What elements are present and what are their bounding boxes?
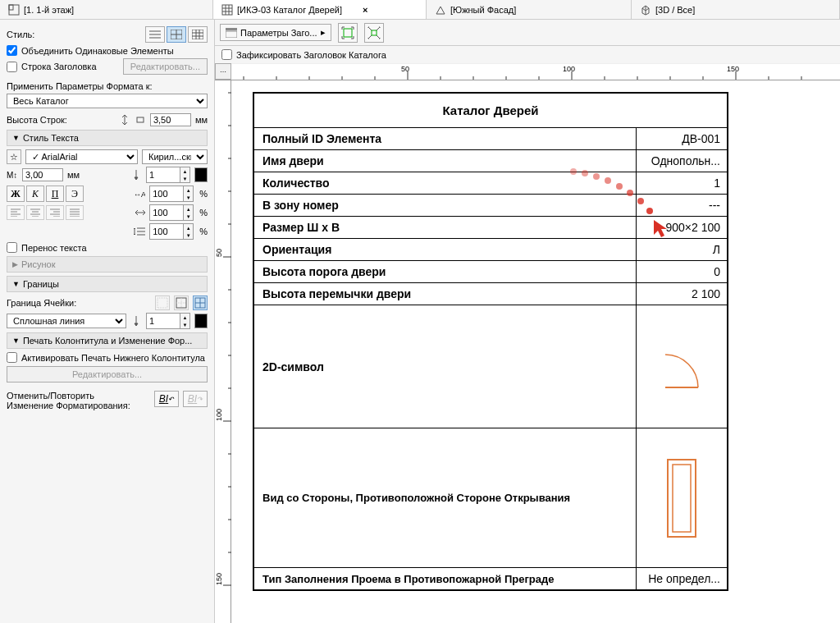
svg-rect-13 [192, 30, 203, 39]
schedule-view: Параметры Заго... ▸ Зафиксировать Заголо… [215, 20, 840, 623]
horizontal-ruler[interactable]: ⋯ 50 100 150 [215, 64, 840, 80]
undo-label-1: Отменить/Повторить [7, 391, 150, 401]
svg-rect-47 [226, 28, 237, 30]
height-icon [119, 114, 130, 126]
svg-rect-40 [158, 298, 167, 308]
style-grid-btn[interactable] [167, 26, 186, 43]
table-row: ОриентацияЛ [254, 239, 727, 261]
favorite-toggle[interactable]: ☆ [7, 149, 21, 164]
border-outer-button[interactable] [174, 295, 189, 310]
cell-border-label: Граница Ячейки: [7, 298, 76, 308]
table-row: Тип Заполнения Проема в Противопожарной … [254, 568, 727, 589]
document-tabs: [1. 1-й этаж] [ИКЭ-03 Каталог Дверей] × … [0, 0, 840, 20]
tab-floor-plan[interactable]: [1. 1-й этаж] [0, 0, 213, 19]
schedule-canvas[interactable]: Каталог Дверей Полный ID ЭлементаДВ-001 … [231, 80, 840, 623]
header-params-button[interactable]: Параметры Заго... ▸ [220, 24, 331, 41]
style-label: Стиль: [7, 30, 34, 39]
width-scale-input[interactable]: ▲▼ [149, 204, 194, 221]
svg-rect-48 [226, 31, 237, 38]
mm-label-2: мм [67, 170, 80, 180]
chevron-down-icon: ▼ [12, 134, 20, 142]
svg-text:↔A: ↔A [134, 190, 145, 199]
style-large-btn[interactable] [188, 26, 208, 43]
row-height-input[interactable] [150, 113, 191, 126]
border-none-button[interactable] [155, 295, 170, 310]
vertical-ruler[interactable]: 50 100 150 [215, 80, 231, 623]
pen-width-input[interactable]: ▲▼ [146, 167, 190, 183]
tab-label: [1. 1-й этаж] [24, 5, 74, 15]
font-size-input[interactable] [22, 168, 63, 181]
tab-3d[interactable]: [3D / Все] [632, 0, 840, 19]
char-spacing-icon: ↔A [134, 188, 145, 199]
header-row-label: Строка Заголовка [21, 62, 97, 71]
align-justify-button[interactable] [66, 205, 84, 220]
table-row: В зону номер--- [254, 195, 727, 217]
table-row: Вид со Стороны, Противоположной Стороне … [254, 428, 727, 568]
border-all-button[interactable] [193, 295, 208, 310]
align-center-button[interactable] [26, 205, 44, 220]
header-row-checkbox[interactable] [7, 62, 17, 72]
close-icon[interactable]: × [363, 5, 368, 15]
wrap-text-checkbox[interactable] [7, 242, 17, 253]
svg-rect-49 [344, 29, 352, 37]
svg-rect-87 [673, 465, 691, 532]
table-row: Количество1 [254, 172, 727, 195]
activate-footer-label: Активировать Печать Нижнего Колонтитула [21, 352, 205, 364]
border-pen-input[interactable]: ▲▼ [146, 313, 190, 329]
apply-scope-dropdown[interactable]: Весь Каталог [7, 94, 208, 108]
row-height-label: Высота Строк: [7, 115, 67, 125]
strike-button[interactable]: Э [66, 186, 84, 202]
line-type-dropdown[interactable]: Сплошная линия [7, 314, 126, 328]
catalog-table: Каталог Дверей Полный ID ЭлементаДВ-001 … [253, 92, 728, 591]
schedule-toolbar: Параметры Заго... ▸ [215, 20, 840, 46]
font-dropdown[interactable]: ✓ ArialArial [25, 149, 138, 164]
undo-label-2: Изменение Форматирования: [7, 401, 150, 410]
line-spacing-input[interactable]: ▲▼ [149, 223, 194, 240]
table-row: Высота порога двери0 [254, 261, 727, 283]
borders-section[interactable]: ▼ Границы [7, 276, 208, 292]
pen-icon-2 [130, 315, 142, 327]
width-scale-icon [134, 207, 145, 218]
catalog-title: Каталог Дверей [254, 94, 727, 128]
tab-label: [Южный Фасад] [450, 5, 516, 15]
redo-format-button[interactable]: BI↷ [183, 391, 208, 407]
bold-button[interactable]: Ж [7, 186, 25, 202]
undo-format-button[interactable]: BI↶ [154, 391, 179, 407]
align-left-button[interactable] [7, 205, 25, 220]
text-style-section[interactable]: ▼ Стиль Текста [7, 130, 208, 146]
table-row: 2D-символ [254, 305, 727, 428]
format-panel: Стиль: Объединить Одинаковые Элементы Ст… [0, 20, 215, 623]
door-front-view[interactable] [637, 428, 727, 567]
chevron-down-icon: ▼ [12, 337, 20, 345]
footer-section[interactable]: ▼ Печать Колонтитула и Изменение Фор... [7, 332, 208, 349]
svg-rect-50 [372, 30, 377, 35]
mm-label: мм [195, 115, 208, 125]
text-size-icon: M↕ [7, 169, 18, 181]
tab-label: [3D / Все] [655, 5, 695, 15]
door-2d-symbol[interactable] [637, 305, 727, 428]
fix-header-checkbox[interactable] [221, 49, 232, 60]
italic-button[interactable]: К [26, 186, 44, 202]
drawing-section[interactable]: ▶ Рисунок [7, 256, 208, 273]
merge-same-checkbox[interactable] [7, 45, 17, 56]
table-row: Размер Ш x В900×2 100 [254, 217, 727, 239]
char-spacing-input[interactable]: ▲▼ [149, 186, 194, 202]
tab-catalog[interactable]: [ИКЭ-03 Каталог Дверей] × [213, 0, 427, 19]
chevron-down-icon: ▼ [12, 280, 20, 288]
underline-button[interactable]: П [46, 186, 64, 202]
edit-footer-button[interactable]: Редактировать... [7, 366, 208, 383]
tab-elevation[interactable]: [Южный Фасад] [427, 0, 632, 19]
ruler-options-button[interactable]: ⋯ [215, 63, 231, 80]
row-icon [135, 114, 146, 126]
style-list-btn[interactable] [145, 26, 165, 43]
border-color-swatch[interactable] [194, 314, 208, 328]
activate-footer-checkbox[interactable] [7, 352, 17, 363]
zoom-extents-button[interactable] [364, 23, 384, 43]
svg-text:M↕: M↕ [7, 171, 17, 180]
encoding-dropdown[interactable]: Кирил...ский [142, 149, 208, 164]
edit-header-button[interactable]: Редактировать... [123, 58, 208, 75]
fit-button[interactable] [338, 23, 358, 43]
align-right-button[interactable] [46, 205, 64, 220]
color-swatch[interactable] [194, 167, 208, 182]
merge-same-label: Объединить Одинаковые Элементы [21, 46, 174, 56]
